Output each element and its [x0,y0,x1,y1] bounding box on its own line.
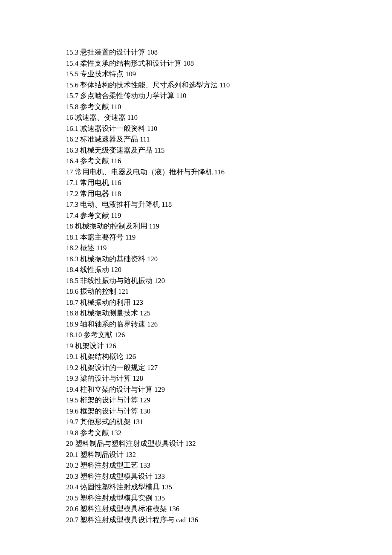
toc-entry: 18.8 机械振动测量技术 125 [66,308,339,319]
toc-title: 塑料制品与塑料注射成型模具设计 [75,439,184,448]
toc-title: 梁的设计与计算 [80,374,131,382]
toc-entry: 15.7 多点啮合柔性传动动力学计算 110 [66,90,339,101]
toc-entry: 17.3 电动、电液推杆与升降机 118 [66,199,339,210]
toc-page-number: 123 [133,298,143,306]
toc-number: 20.5 [66,494,78,502]
toc-entry: 15.4 柔性支承的结构形式和设计计算 108 [66,58,339,69]
toc-number: 17 [66,168,73,176]
toc-title: 参考文献 [80,157,109,165]
toc-title: 机械振动测量技术 [80,309,138,317]
toc-page-number: 136 [169,505,179,513]
toc-title: 机械振动的利用 [80,298,131,306]
toc-entry: 18.4 线性振动 120 [66,264,339,275]
toc-page-number: 110 [127,113,138,121]
toc-number: 15.7 [66,92,78,100]
toc-title: 悬挂装置的设计计算 [80,48,145,56]
toc-number: 20.1 [66,451,78,459]
toc-number: 20.4 [66,483,78,491]
toc-number: 18.9 [66,320,78,328]
toc-number: 19 [66,342,73,350]
toc-entry: 19.7 其他形式的机架 131 [66,416,339,428]
toc-title: 非线性振动与随机振动 [80,277,153,285]
toc-entry: 18.6 振动的控制 121 [66,286,339,297]
toc-page-number: 120 [147,255,158,263]
toc-page-number: 126 [125,353,136,361]
toc-page-number: 129 [140,396,150,404]
toc-title: 热固性塑料注射成型模具 [80,483,160,491]
toc-number: 18.3 [66,255,78,263]
toc-page-number: 126 [147,320,158,328]
toc-page-number: 108 [183,59,194,67]
toc-page-number: 129 [154,385,165,393]
toc-entry: 18.7 机械振动的利用 123 [66,297,339,308]
toc-number: 17.1 [66,179,78,187]
toc-entry: 17.4 参考文献 119 [66,210,339,221]
toc-page: 15.3 悬挂装置的设计计算 10815.4 柔性支承的结构形式和设计计算 10… [0,0,339,525]
toc-number: 19.5 [66,396,78,404]
toc-page-number: 111 [140,135,150,143]
toc-number: 20.6 [66,505,78,513]
toc-page-number: 119 [125,233,135,241]
toc-entry: 20 塑料制品与塑料注射成型模具设计 132 [66,438,339,449]
toc-entry: 18 机械振动的控制及利用 119 [66,221,339,232]
toc-number: 16.1 [66,124,78,133]
toc-entry: 18.10 参考文献 126 [66,330,339,341]
toc-title: 塑料注射成型模具标准模架 [80,505,167,513]
toc-title: 机架设计的一般规定 [80,364,145,372]
toc-title: 轴和轴系的临界转速 [80,320,145,328]
toc-entry: 16.3 机械无级变速器及产品 115 [66,145,339,156]
toc-title: 参考文献 [80,103,109,111]
toc-title: 减速器设计一般资料 [80,124,145,133]
toc-entry: 15.6 整体结构的技术性能、尺寸系列和选型方法 110 [66,80,339,91]
toc-page-number: 116 [111,157,121,165]
toc-number: 15.3 [66,48,78,56]
toc-number: 19.1 [66,353,78,361]
toc-number: 19.4 [66,385,78,393]
toc-number: 19.2 [66,364,78,372]
toc-entry: 16.4 参考文献 116 [66,156,339,167]
toc-page-number: 135 [161,483,172,491]
toc-entry: 20.7 塑料注射成型模具设计程序与 cad 136 [66,515,339,526]
toc-number: 18.10 [66,331,82,339]
toc-page-number: 126 [114,331,125,339]
toc-title: 塑料制品设计 [80,451,124,459]
toc-title: 常用电机、电器及电动（液）推杆与升降机 [75,168,213,176]
toc-entry: 16.1 减速器设计一般资料 110 [66,123,339,134]
toc-entry: 19.8 参考文献 132 [66,428,339,439]
toc-page-number: 121 [118,287,129,295]
toc-page-number: 126 [106,342,116,350]
toc-entry: 19.2 机架设计的一般规定 127 [66,362,339,373]
toc-title: 塑料注射成型工艺 [80,461,138,469]
toc-page-number: 135 [154,494,165,502]
toc-entry: 19.4 柱和立架的设计与计算 129 [66,384,339,395]
toc-title: 其他形式的机架 [80,418,131,426]
toc-page-number: 115 [154,146,164,154]
toc-entry: 17 常用电机、电器及电动（液）推杆与升降机 116 [66,167,339,178]
toc-page-number: 120 [154,277,165,285]
toc-page-number: 120 [111,266,121,274]
toc-entry: 17.1 常用电机 116 [66,177,339,188]
toc-number: 16.4 [66,157,78,165]
toc-list: 15.3 悬挂装置的设计计算 10815.4 柔性支承的结构形式和设计计算 10… [66,47,339,525]
toc-number: 16 [66,113,73,121]
toc-entry: 20.2 塑料注射成型工艺 133 [66,460,339,471]
toc-number: 18.2 [66,244,78,252]
toc-title: 常用电器 [80,190,109,198]
toc-entry: 16 减速器、变速器 110 [66,112,339,123]
toc-page-number: 127 [147,364,158,372]
toc-number: 20.2 [66,461,78,469]
toc-number: 18.1 [66,233,78,241]
toc-page-number: 110 [147,124,157,133]
toc-entry: 19.6 框架的设计与计算 130 [66,406,339,417]
toc-title: 专业技术特点 [80,70,124,78]
toc-entry: 16.2 标准减速器及产品 111 [66,134,339,145]
toc-entry: 18.1 本篇主要符号 119 [66,232,339,243]
toc-number: 17.3 [66,200,78,208]
toc-entry: 19.5 桁架的设计与计算 129 [66,395,339,406]
toc-page-number: 125 [140,309,150,317]
toc-entry: 18.9 轴和轴系的临界转速 126 [66,319,339,330]
toc-title: 线性振动 [80,266,109,274]
toc-entry: 15.5 专业技术特点 109 [66,69,339,80]
toc-entry: 20.1 塑料制品设计 132 [66,449,339,460]
toc-page-number: 132 [111,429,121,437]
